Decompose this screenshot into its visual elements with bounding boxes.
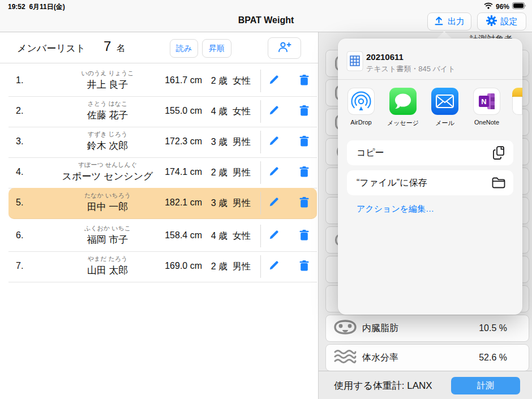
measurement-row-visceral-fat: 内臓脂肪 10.5 % xyxy=(325,315,529,342)
edit-member-button[interactable] xyxy=(265,134,282,151)
gear-icon xyxy=(486,15,497,28)
app-window: 19:52 6月11日(金) 96% BPAT Weight 出力 設定 メンバ… xyxy=(0,0,532,399)
delete-member-button[interactable] xyxy=(295,258,312,275)
popover-arrow xyxy=(436,31,452,39)
battery-percent-label: 96% xyxy=(496,3,509,11)
copy-action-label: コピー xyxy=(357,147,384,159)
edit-member-button[interactable] xyxy=(265,72,282,89)
onenote-icon: N xyxy=(473,88,500,115)
visceral-fat-icon xyxy=(333,319,357,337)
delete-member-button[interactable] xyxy=(295,134,312,151)
delete-member-button[interactable] xyxy=(295,72,312,89)
member-height: 174.1 cm xyxy=(145,167,202,177)
status-indicators: 96% xyxy=(484,2,526,11)
upload-icon xyxy=(434,16,444,27)
member-gender: 男性 xyxy=(229,136,251,148)
member-list-panel: メンバーリスト 7 名 読み 昇順 1. いのうえ りょうこ井上 良子 161.… xyxy=(0,32,318,399)
member-row-6[interactable]: 6. ふくおか いちこ福岡 市子 158.4 cm 4 歳 女性 xyxy=(8,221,317,252)
share-target-mail[interactable]: メール xyxy=(427,88,462,127)
member-number: 5. xyxy=(16,198,23,208)
member-age: 2 歳 xyxy=(204,75,228,87)
member-row-3[interactable]: 3. すずき じろう鈴木 次郎 172.3 cm 3 歳 男性 xyxy=(8,127,317,158)
member-number: 4. xyxy=(16,167,23,177)
scale-in-use-label: 使用する体重計: LANX xyxy=(334,379,432,392)
pencil-icon xyxy=(269,105,279,118)
member-number: 6. xyxy=(16,230,23,241)
settings-button-label: 設定 xyxy=(501,16,518,27)
status-date: 6月11日(金) xyxy=(29,3,65,11)
edit-member-button[interactable] xyxy=(265,103,282,120)
mail-icon xyxy=(431,88,458,115)
edit-member-button[interactable] xyxy=(265,195,282,212)
row-divider xyxy=(260,255,261,278)
share-target-messages[interactable]: メッセージ xyxy=(385,88,421,127)
share-target-airdrop[interactable]: AirDrop xyxy=(344,88,379,126)
airdrop-icon xyxy=(347,88,375,115)
share-target-onenote[interactable]: N OneNote xyxy=(469,88,504,126)
member-list-title: メンバーリスト xyxy=(17,42,85,55)
edit-member-button[interactable] xyxy=(265,228,282,244)
member-row-7[interactable]: 7. やまだ たろう山田 太郎 169.0 cm 2 歳 男性 xyxy=(8,251,317,282)
member-age: 3 歳 xyxy=(204,136,228,148)
status-time-date: 19:52 6月11日(金) xyxy=(8,2,65,12)
row-divider xyxy=(260,100,261,123)
footer-divider xyxy=(319,371,532,371)
trash-icon xyxy=(299,136,309,149)
member-number: 7. xyxy=(16,261,23,271)
trash-icon xyxy=(299,197,309,210)
person-add-icon xyxy=(278,41,291,55)
delete-member-button[interactable] xyxy=(295,228,312,244)
save-to-files-action-row[interactable]: “ファイル”に保存 xyxy=(347,170,513,195)
body-water-icon xyxy=(334,348,357,367)
member-row-5-selected[interactable]: 5. たなか いちろう田中 一郎 182.1 cm 3 歳 男性 xyxy=(8,188,317,219)
delete-member-button[interactable] xyxy=(295,195,312,212)
pencil-icon xyxy=(269,230,279,242)
share-target-label: メッセージ xyxy=(385,119,421,127)
export-button-label: 出力 xyxy=(448,16,465,27)
pencil-icon xyxy=(269,136,279,148)
share-divider xyxy=(338,79,522,80)
notes-icon-top xyxy=(512,88,522,97)
member-gender: 男性 xyxy=(229,198,251,209)
notes-icon-partial[interactable] xyxy=(512,88,522,115)
member-height: 155.0 cm xyxy=(145,106,202,116)
copy-action-row[interactable]: コピー xyxy=(347,140,513,165)
member-gender: 男性 xyxy=(229,261,251,273)
share-target-label: メール xyxy=(427,119,462,127)
member-gender: 女性 xyxy=(229,230,251,242)
row-divider xyxy=(260,192,261,214)
measure-button[interactable]: 計測 xyxy=(451,377,520,394)
save-to-files-label: “ファイル”に保存 xyxy=(357,177,427,189)
sort-by-reading-button[interactable]: 読み xyxy=(170,39,198,58)
pencil-icon xyxy=(269,197,279,209)
panel-divider xyxy=(318,32,319,399)
file-document-icon xyxy=(346,51,363,74)
share-sheet-popover: 20210611 テキスト書類・845 バイト AirDrop メッセージ メー… xyxy=(338,38,522,315)
add-member-button[interactable] xyxy=(268,37,301,59)
trash-icon xyxy=(299,105,309,118)
member-height: 158.4 cm xyxy=(145,230,202,241)
delete-member-button[interactable] xyxy=(295,164,312,181)
member-age: 4 歳 xyxy=(204,230,228,242)
member-height: 169.0 cm xyxy=(145,261,202,271)
member-row-1[interactable]: 1. いのうえ りょうこ井上 良子 161.7 cm 2 歳 女性 xyxy=(8,66,317,97)
member-row-2[interactable]: 2. さとう はなこ佐藤 花子 155.0 cm 4 歳 女性 xyxy=(8,96,317,127)
member-row-4[interactable]: 4. すぽーつ せんしんぐスポーツ センシング 174.1 cm 2 歳 男性 xyxy=(8,157,317,188)
sort-ascending-button[interactable]: 昇順 xyxy=(202,39,231,58)
settings-button[interactable]: 設定 xyxy=(477,12,526,31)
export-button[interactable]: 出力 xyxy=(427,12,471,31)
edit-member-button[interactable] xyxy=(265,258,282,275)
delete-member-button[interactable] xyxy=(295,103,312,120)
member-number: 1. xyxy=(16,75,23,85)
row-divider xyxy=(260,225,261,247)
member-height: 172.3 cm xyxy=(145,136,202,147)
trash-icon xyxy=(299,260,309,273)
messages-icon xyxy=(389,88,417,115)
trash-icon xyxy=(299,75,309,88)
member-age: 4 歳 xyxy=(204,106,228,118)
member-age: 3 歳 xyxy=(204,198,228,209)
share-target-label: AirDrop xyxy=(344,119,379,126)
row-divider xyxy=(260,70,261,92)
edit-actions-link[interactable]: アクションを編集… xyxy=(357,204,434,214)
edit-member-button[interactable] xyxy=(265,164,282,181)
